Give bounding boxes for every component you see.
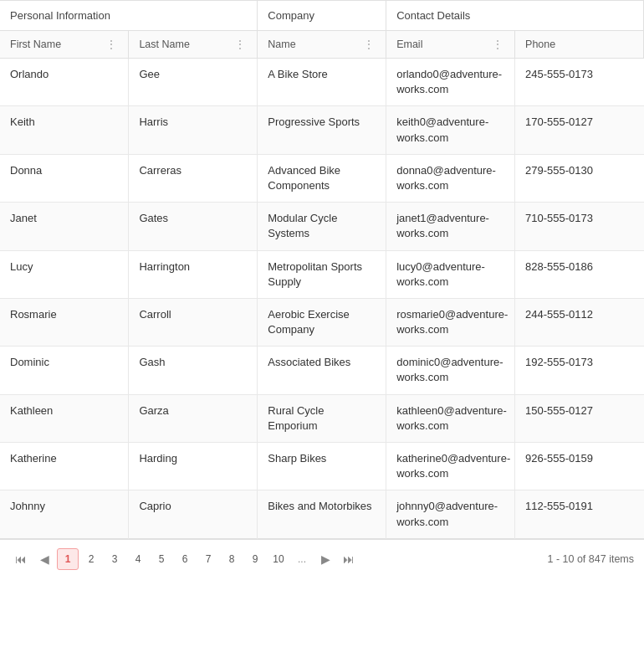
cell-company: Advanced Bike Components [258,154,386,202]
cell-lastName: Gash [129,347,258,394]
cell-firstName: Donna [0,154,129,202]
column-header-row: First Name ⋮ Last Name ⋮ Name ⋮ [0,31,644,59]
cell-lastName: Caprio [129,490,258,538]
cell-email: donna0@adventure-works.com [386,154,515,202]
cell-email: rosmarie0@adventure-works.com [386,298,515,346]
table-row: KatherineHardingSharp Bikeskatherine0@ad… [0,443,644,490]
col-header-phone: Phone [515,31,644,59]
table-row: DominicGashAssociated Bikesdominic0@adve… [0,347,644,394]
cell-phone: 170-555-0127 [515,106,644,154]
col-header-last-name: Last Name ⋮ [129,31,258,59]
cell-company: Bikes and Motorbikes [258,490,386,538]
col-header-first-name: First Name ⋮ [0,31,129,59]
group-header-row: Personal Information Company Contact Det… [0,1,644,31]
table-row: KathleenGarzaRural Cycle Emporiumkathlee… [0,394,644,442]
pagination-page-1[interactable]: 1 [57,548,79,570]
pagination-next-button[interactable]: ▶ [314,548,336,570]
pagination-page-7[interactable]: 7 [197,548,219,570]
pagination-prev-button[interactable]: ◀ [33,548,55,570]
pagination-page-5[interactable]: 5 [151,548,172,570]
cell-email: lucy0@adventure-works.com [386,250,515,298]
cell-company: Metropolitan Sports Supply [258,250,386,298]
col-company-name-menu-icon[interactable]: ⋮ [363,38,376,51]
cell-email: orlando0@adventure-works.com [386,59,515,106]
cell-firstName: Keith [0,106,129,154]
cell-lastName: Harrington [129,250,258,298]
pagination-page-4[interactable]: 4 [127,548,149,570]
col-last-name-label: Last Name [139,39,189,50]
table-row: KeithHarrisProgressive Sportskeith0@adve… [0,106,644,154]
cell-email: janet1@adventure-works.com [386,203,515,250]
cell-phone: 710-555-0173 [515,203,644,250]
table-row: JohnnyCaprioBikes and Motorbikesjohnny0@… [0,490,644,538]
cell-lastName: Harris [129,106,258,154]
cell-firstName: Lucy [0,250,129,298]
cell-lastName: Carreras [129,154,258,202]
table-row: RosmarieCarrollAerobic Exercise Companyr… [0,298,644,346]
pagination-page-9[interactable]: 9 [244,548,266,570]
table-row: JanetGatesModular Cycle Systemsjanet1@ad… [0,203,644,250]
cell-phone: 112-555-0191 [515,490,644,538]
group-company: Company [258,1,386,31]
cell-firstName: Kathleen [0,394,129,442]
col-email-menu-icon[interactable]: ⋮ [492,38,504,51]
cell-company: Associated Bikes [258,347,386,394]
pagination-last-button[interactable]: ⏭ [338,548,360,570]
cell-company: Aerobic Exercise Company [258,298,386,346]
pagination-page-2[interactable]: 2 [80,548,102,570]
cell-email: kathleen0@adventure-works.com [386,394,515,442]
table-row: DonnaCarrerasAdvanced Bike Componentsdon… [0,154,644,202]
cell-email: katherine0@adventure-works.com [386,443,515,490]
cell-firstName: Janet [0,203,129,250]
col-email-label: Email [396,39,422,50]
group-contact-label: Contact Details [396,9,470,22]
col-header-email: Email ⋮ [386,31,515,59]
group-contact: Contact Details [386,1,644,31]
cell-firstName: Orlando [0,59,129,106]
cell-phone: 926-555-0159 [515,443,644,490]
table-body: OrlandoGeeA Bike Storeorlando0@adventure… [0,59,644,539]
pagination-page-6[interactable]: 6 [174,548,196,570]
cell-company: Progressive Sports [258,106,386,154]
col-first-name-label: First Name [10,39,61,50]
cell-lastName: Garza [129,394,258,442]
cell-email: keith0@adventure-works.com [386,106,515,154]
data-table-container: Personal Information Company Contact Det… [0,0,644,578]
cell-phone: 245-555-0173 [515,59,644,106]
cell-lastName: Gates [129,203,258,250]
pagination-summary-text: 1 - 10 of 847 items [547,553,634,565]
group-personal-info: Personal Information [0,1,258,31]
cell-lastName: Harding [129,443,258,490]
col-phone-label: Phone [525,39,555,50]
pagination-bar: ⏮ ◀ 1 2 3 4 5 6 7 8 9 10 ... ▶ ⏭ 1 - 10 … [0,539,644,578]
data-table: Personal Information Company Contact Det… [0,0,644,539]
pagination-summary: 1 - 10 of 847 items [547,553,634,565]
cell-company: Modular Cycle Systems [258,203,386,250]
cell-phone: 244-555-0112 [515,298,644,346]
pagination-controls: ⏮ ◀ 1 2 3 4 5 6 7 8 9 10 ... ▶ ⏭ [10,548,360,570]
cell-company: A Bike Store [258,59,386,106]
cell-phone: 192-555-0173 [515,347,644,394]
cell-company: Rural Cycle Emporium [258,394,386,442]
pagination-page-10[interactable]: 10 [268,548,289,570]
pagination-first-button[interactable]: ⏮ [10,548,32,570]
cell-firstName: Katherine [0,443,129,490]
cell-firstName: Rosmarie [0,298,129,346]
cell-phone: 150-555-0127 [515,394,644,442]
table-row: LucyHarringtonMetropolitan Sports Supply… [0,250,644,298]
col-last-name-menu-icon[interactable]: ⋮ [234,38,247,51]
cell-phone: 279-555-0130 [515,154,644,202]
pagination-page-3[interactable]: 3 [104,548,125,570]
group-company-label: Company [268,9,314,22]
col-first-name-menu-icon[interactable]: ⋮ [105,38,118,51]
pagination-ellipsis: ... [291,548,313,570]
group-personal-info-label: Personal Information [10,9,110,22]
cell-company: Sharp Bikes [258,443,386,490]
cell-phone: 828-555-0186 [515,250,644,298]
pagination-page-8[interactable]: 8 [221,548,243,570]
cell-firstName: Johnny [0,490,129,538]
cell-email: johnny0@adventure-works.com [386,490,515,538]
cell-firstName: Dominic [0,347,129,394]
col-header-company-name: Name ⋮ [258,31,386,59]
table-row: OrlandoGeeA Bike Storeorlando0@adventure… [0,59,644,106]
